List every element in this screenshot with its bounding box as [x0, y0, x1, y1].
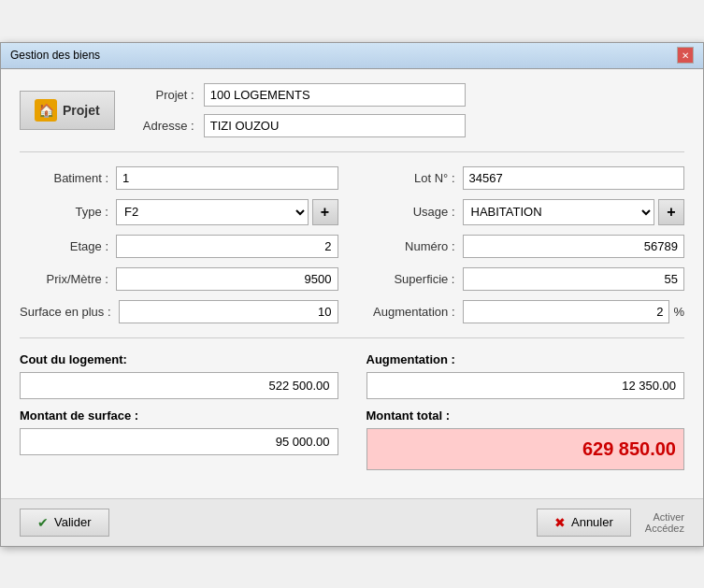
type-select-row: F2 F1 F3 F4 + [116, 199, 338, 225]
numero-label: Numéro : [366, 239, 455, 253]
form-section: Batiment : Lot N° : Type : F2 F1 F3 F4 [20, 166, 684, 323]
superficie-row: Superficie : [366, 267, 685, 291]
surface-plus-label: Surface en plus : [20, 305, 111, 319]
adresse-label: Adresse : [134, 119, 194, 133]
close-button[interactable]: ✕ [677, 47, 694, 64]
footer: ✔ Valider ✖ Annuler Activer Accédez [1, 498, 703, 546]
cout-logement-input[interactable] [20, 372, 338, 399]
valider-button[interactable]: ✔ Valider [20, 509, 109, 537]
summary-section: Cout du logement: Augmentation : Montant… [20, 352, 684, 470]
superficie-label: Superficie : [366, 272, 455, 286]
augmentation-row: Augmentation : % [366, 300, 685, 323]
window-content: 🏠 Projet Projet : Adresse : Batiment : [1, 69, 703, 498]
cout-logement-label: Cout du logement: [20, 352, 338, 366]
montant-surface-group: Montant de surface : [20, 409, 338, 470]
batiment-row: Batiment : [20, 166, 338, 190]
montant-total-input[interactable] [366, 428, 685, 470]
projet-row: Projet : [134, 83, 466, 107]
usage-select-row: HABITATION COMMERCIAL BUREAU + [463, 199, 685, 225]
usage-add-button[interactable]: + [658, 199, 684, 225]
type-select[interactable]: F2 F1 F3 F4 [116, 199, 309, 225]
montant-total-label: Montant total : [366, 409, 685, 423]
augmentation-label: Augmentation : [366, 305, 455, 319]
projet-button[interactable]: 🏠 Projet [20, 91, 115, 130]
adresse-input[interactable] [204, 114, 466, 137]
lot-input[interactable] [463, 166, 685, 190]
title-bar: Gestion des biens ✕ [1, 43, 703, 69]
projet-button-label: Projet [63, 103, 100, 118]
separator [20, 337, 684, 338]
annuler-label: Annuler [571, 515, 613, 529]
batiment-label: Batiment : [20, 171, 108, 185]
valider-label: Valider [54, 515, 92, 529]
type-label: Type : [20, 205, 108, 219]
etage-input[interactable] [116, 235, 338, 258]
usage-select[interactable]: HABITATION COMMERCIAL BUREAU [463, 199, 655, 225]
montant-surface-input[interactable] [20, 428, 338, 455]
projet-field-label: Projet : [134, 88, 194, 102]
augmentation-input[interactable] [463, 300, 670, 323]
usage-row: Usage : HABITATION COMMERCIAL BUREAU + [366, 199, 685, 225]
numero-row: Numéro : [366, 235, 685, 258]
augmentation-field-row: % [463, 300, 685, 323]
superficie-input[interactable] [463, 267, 685, 291]
type-add-button[interactable]: + [312, 199, 338, 225]
montant-surface-label: Montant de surface : [20, 409, 338, 423]
lot-label: Lot N° : [366, 171, 455, 185]
surface-plus-row: Surface en plus : [20, 300, 338, 323]
annuler-button[interactable]: ✖ Annuler [537, 509, 631, 537]
check-icon: ✔ [37, 515, 49, 530]
cross-icon: ✖ [554, 515, 566, 530]
prix-metre-row: Prix/Mètre : [20, 267, 338, 291]
header-section: 🏠 Projet Projet : Adresse : [20, 83, 684, 152]
cout-logement-group: Cout du logement: [20, 352, 338, 399]
usage-label: Usage : [366, 205, 455, 219]
augmentation-summary-input[interactable] [366, 372, 685, 399]
projet-input[interactable] [204, 83, 466, 107]
prix-metre-label: Prix/Mètre : [20, 272, 108, 286]
adresse-row: Adresse : [134, 114, 466, 137]
percent-label: % [673, 305, 684, 319]
main-window: Gestion des biens ✕ 🏠 Projet Projet : Ad… [0, 42, 704, 547]
numero-input[interactable] [463, 235, 685, 258]
batiment-input[interactable] [116, 166, 338, 190]
surface-plus-input[interactable] [119, 300, 338, 323]
augmentation-summary-label: Augmentation : [366, 352, 685, 366]
etage-label: Etage : [20, 239, 108, 253]
augmentation-summary-group: Augmentation : [366, 352, 685, 399]
prix-metre-input[interactable] [116, 267, 338, 291]
type-row: Type : F2 F1 F3 F4 + [20, 199, 338, 225]
window-title: Gestion des biens [10, 49, 100, 62]
montant-total-group: Montant total : [366, 409, 685, 470]
projet-icon: 🏠 [35, 99, 57, 122]
activation-text: Activer Accédez [645, 511, 684, 534]
lot-row: Lot N° : [366, 166, 685, 190]
header-fields: Projet : Adresse : [134, 83, 466, 137]
etage-row: Etage : [20, 235, 338, 258]
